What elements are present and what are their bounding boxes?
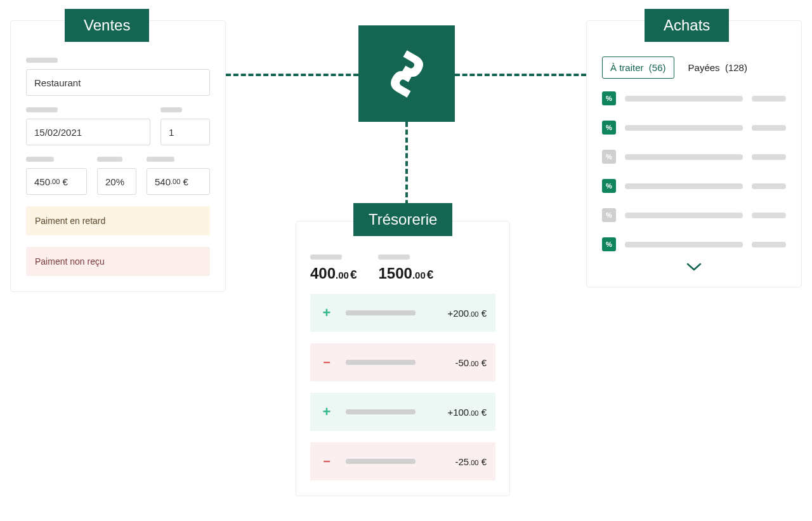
- amount-ttc-int: 540: [155, 176, 171, 187]
- status-late-label: Paiment en retard: [35, 216, 105, 226]
- label-placeholder: [625, 242, 743, 247]
- amount-ht-cur: €: [63, 176, 68, 187]
- transaction-row: + +100.00 €: [310, 393, 495, 431]
- label-placeholder: [346, 310, 416, 315]
- tx-amount: -50: [455, 357, 469, 368]
- balance1-cur: €: [350, 268, 357, 281]
- purchase-row[interactable]: %: [602, 208, 786, 222]
- balance2-dec: .00: [412, 270, 426, 280]
- vat-input[interactable]: 20%: [97, 168, 136, 195]
- tx-cur: €: [481, 308, 487, 319]
- percent-icon: %: [602, 91, 616, 105]
- tresorerie-title-text: Trésorerie: [369, 211, 437, 228]
- amount-ttc-input[interactable]: 540.00 €: [147, 168, 210, 195]
- amount-placeholder: [752, 96, 786, 102]
- minus-icon: −: [319, 454, 334, 469]
- tab-to-process-label: À traiter: [610, 62, 644, 73]
- balance-2: 1500.00€: [378, 254, 433, 282]
- label-placeholder: [346, 459, 416, 464]
- amount-placeholder: [752, 213, 786, 218]
- amount-ht-input[interactable]: 450.00 €: [26, 168, 87, 195]
- achats-card: À traiter (56) Payées (128) %%%%%%: [586, 20, 802, 287]
- tab-paid[interactable]: Payées (128): [688, 62, 747, 73]
- amount-ht-int: 450: [34, 176, 50, 187]
- plus-icon: +: [319, 404, 334, 420]
- date-value: 15/02/2021: [34, 127, 82, 138]
- amount-placeholder: [752, 183, 786, 189]
- connector-right: [455, 74, 586, 76]
- balance1-dec: .00: [336, 270, 349, 280]
- qty-value: 1: [169, 127, 174, 138]
- tx-cur: €: [481, 456, 487, 467]
- tx-cur: €: [481, 407, 487, 418]
- label-placeholder: [26, 157, 54, 162]
- logo-icon: [380, 47, 434, 101]
- percent-icon: %: [602, 179, 616, 193]
- purchases-list: %%%%%%: [602, 91, 786, 251]
- purchase-row[interactable]: %: [602, 121, 786, 135]
- label-placeholder: [625, 183, 743, 189]
- chevron-down-icon: [686, 263, 702, 272]
- transaction-row: − -25.00 €: [310, 442, 495, 480]
- tx-cur: €: [481, 357, 487, 368]
- tresorerie-title-badge: Trésorerie: [353, 203, 452, 236]
- plus-icon: +: [319, 305, 334, 321]
- transaction-row: − -50.00 €: [310, 343, 495, 381]
- amount-ttc-cur: €: [183, 176, 188, 187]
- tab-to-process[interactable]: À traiter (56): [602, 56, 674, 79]
- expand-button[interactable]: [602, 263, 786, 274]
- amount-placeholder: [752, 154, 786, 160]
- label-placeholder: [625, 125, 743, 131]
- purchase-row[interactable]: %: [602, 91, 786, 105]
- balance-1: 400.00€: [310, 254, 357, 282]
- tx-amount-dec: .00: [469, 310, 478, 318]
- tx-amount: +100: [447, 407, 469, 418]
- amount-placeholder: [752, 242, 786, 247]
- tx-amount-dec: .00: [469, 409, 478, 417]
- status-notreceived-label: Paiment non reçu: [35, 256, 105, 267]
- percent-icon: %: [602, 208, 616, 222]
- label-placeholder: [346, 360, 416, 365]
- tresorerie-card: 400.00€ 1500.00€ + +200.00 € − -50.00 € …: [296, 221, 510, 496]
- client-name-input[interactable]: Restaurant: [26, 69, 210, 96]
- percent-icon: %: [602, 121, 616, 135]
- label-placeholder: [310, 254, 342, 260]
- client-name-value: Restaurant: [34, 77, 81, 88]
- achats-title-text: Achats: [664, 16, 710, 34]
- label-placeholder: [97, 157, 122, 162]
- tx-amount-dec: .00: [469, 459, 478, 466]
- label-placeholder: [378, 254, 410, 260]
- balance2-int: 1500: [378, 265, 412, 282]
- label-placeholder: [26, 107, 58, 112]
- minus-icon: −: [319, 355, 334, 370]
- date-input[interactable]: 15/02/2021: [26, 119, 150, 145]
- tab-paid-label: Payées: [688, 62, 720, 73]
- purchase-row[interactable]: %: [602, 237, 786, 251]
- brand-logo: [358, 25, 455, 122]
- purchase-row[interactable]: %: [602, 179, 786, 193]
- status-notreceived-row: Paiment non reçu: [26, 247, 210, 276]
- ventes-card: Restaurant 15/02/2021 1 450.00 € 20%: [10, 20, 226, 292]
- tx-amount: -25: [455, 456, 469, 467]
- label-placeholder: [147, 157, 174, 162]
- purchase-row[interactable]: %: [602, 150, 786, 164]
- achats-title-badge: Achats: [645, 9, 729, 42]
- tx-amount: +200: [447, 308, 469, 319]
- percent-icon: %: [602, 150, 616, 164]
- balance1-int: 400: [310, 265, 336, 282]
- status-late-row: Paiment en retard: [26, 206, 210, 235]
- vat-value: 20%: [105, 176, 124, 187]
- percent-icon: %: [602, 237, 616, 251]
- balance2-cur: €: [427, 268, 434, 281]
- qty-input[interactable]: 1: [160, 119, 210, 145]
- amount-ttc-dec: .00: [171, 178, 180, 185]
- ventes-title-text: Ventes: [84, 16, 130, 34]
- transaction-row: + +200.00 €: [310, 294, 495, 332]
- label-placeholder: [346, 409, 416, 414]
- label-placeholder: [26, 58, 58, 63]
- amount-placeholder: [752, 125, 786, 131]
- tab-to-process-count: (56): [649, 62, 666, 73]
- tab-paid-count: (128): [725, 62, 747, 73]
- label-placeholder: [625, 213, 743, 218]
- amount-ht-dec: .00: [50, 178, 60, 185]
